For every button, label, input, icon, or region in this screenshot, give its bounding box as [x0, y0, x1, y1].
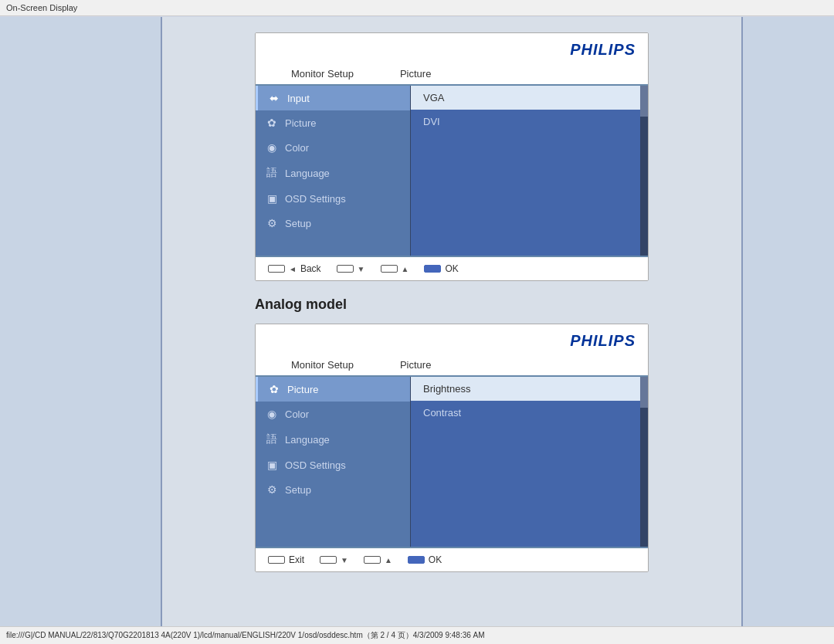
panel1-menu-label-picture: Picture — [285, 117, 316, 129]
panel1-header: PHILIPS — [256, 33, 648, 63]
panel2-submenu: Brightness Contrast — [410, 377, 640, 547]
panel1-menu-label-input: Input — [287, 93, 310, 104]
right-panel — [741, 17, 834, 629]
panel2-down-arrow-icon: ▼ — [341, 556, 348, 564]
panel1-body: ⬌ Input ✿ Picture ◉ Color 語 Language — [256, 86, 648, 256]
down-btn-rect — [337, 265, 354, 273]
panel1-menu-label-osd: OSD Settings — [285, 193, 346, 205]
osd-icon: ▣ — [265, 192, 279, 205]
panel1-tab-picture[interactable]: Picture — [377, 63, 454, 84]
panel2-menu-label-setup: Setup — [285, 484, 311, 496]
panel2-ok-btn[interactable]: OK — [408, 554, 442, 565]
osd2-icon: ▣ — [265, 459, 279, 471]
panel2-submenu-5 — [411, 449, 640, 462]
panel2-footer: Exit ▼ ▲ OK — [256, 547, 648, 571]
panel1-up-btn[interactable]: ▲ — [381, 265, 409, 273]
panel1-menu-label-color: Color — [285, 142, 309, 154]
panel2-menu-item-setup[interactable]: ⚙ Setup — [256, 477, 410, 502]
panel2-tab-picture[interactable]: Picture — [377, 354, 454, 375]
panel2-down-btn[interactable]: ▼ — [320, 556, 348, 564]
panel1-submenu-dvi[interactable]: DVI — [411, 110, 640, 134]
setup2-icon: ⚙ — [265, 483, 279, 496]
input-icon: ⬌ — [267, 92, 281, 104]
panel1-ok-label: OK — [445, 263, 458, 274]
panel2-menu-label-language: Language — [285, 434, 330, 446]
panel2-menu-label-picture: Picture — [287, 384, 318, 395]
panel1-menu-item-picture[interactable]: ✿ Picture — [256, 110, 410, 135]
top-bar: On-Screen Display — [0, 0, 834, 16]
panel2-exit-btn[interactable]: Exit — [268, 554, 304, 565]
panel1-menu-item-language[interactable]: 語 Language — [256, 160, 410, 186]
analog-model-label: Analog model — [255, 297, 649, 313]
panel2-menu-item-osd[interactable]: ▣ OSD Settings — [256, 452, 410, 477]
main-content: PHILIPS Monitor Setup Picture ⬌ Input ✿ … — [0, 17, 834, 629]
left-panel — [0, 17, 162, 629]
panel1-tab-monitor-setup[interactable]: Monitor Setup — [268, 63, 377, 84]
color-icon: ◉ — [265, 141, 279, 154]
panel2-submenu-3 — [411, 425, 640, 437]
panel1-down-btn[interactable]: ▼ — [337, 265, 365, 273]
bottom-bar: file:///G|/CD MANUAL/22/813/Q70G2201813 … — [0, 626, 834, 644]
up-arrow-icon: ▲ — [402, 265, 409, 273]
panel2-menu: ✿ Picture ◉ Color 語 Language ▣ OSD Setti… — [256, 377, 410, 547]
panel1-submenu-3 — [411, 134, 640, 146]
panel1: PHILIPS Monitor Setup Picture ⬌ Input ✿ … — [255, 32, 649, 281]
panel2-submenu-contrast[interactable]: Contrast — [411, 401, 640, 425]
panel2-tab-monitor-setup[interactable]: Monitor Setup — [268, 354, 377, 375]
panel2-down-rect — [320, 556, 337, 564]
ok-btn-rect — [424, 265, 441, 273]
panel1-scrollbar-thumb — [640, 86, 648, 117]
panel1-back-label: Back — [300, 263, 321, 274]
panel1-menu-item-setup[interactable]: ⚙ Setup — [256, 211, 410, 236]
panel2-scrollbar-thumb — [640, 377, 648, 408]
panel2-menu-label-color: Color — [285, 408, 309, 420]
top-bar-label: On-Screen Display — [6, 3, 77, 12]
philips-logo-2: PHILIPS — [570, 332, 636, 350]
center-content: PHILIPS Monitor Setup Picture ⬌ Input ✿ … — [162, 17, 741, 629]
panel2-up-arrow-icon: ▲ — [385, 556, 392, 564]
language-icon: 語 — [265, 166, 279, 180]
panel1-submenu-5 — [411, 158, 640, 171]
back-btn-rect — [268, 265, 285, 273]
panel1-back-btn[interactable]: ◄ Back — [268, 263, 321, 274]
panel2-menu-label-osd: OSD Settings — [285, 459, 346, 471]
panel2-ok-label: OK — [429, 554, 442, 565]
back-arrow-icon: ◄ — [289, 265, 297, 273]
panel2-submenu-4 — [411, 437, 640, 449]
panel2-tabs: Monitor Setup Picture — [256, 354, 648, 377]
panel1-menu-item-color[interactable]: ◉ Color — [256, 135, 410, 160]
panel1-menu-label-language: Language — [285, 168, 330, 179]
picture2-icon: ✿ — [267, 383, 281, 395]
down-arrow-icon: ▼ — [358, 265, 365, 273]
philips-logo-1: PHILIPS — [570, 41, 636, 59]
bottom-bar-url: file:///G|/CD MANUAL/22/813/Q70G2201813 … — [6, 631, 485, 639]
panel1-submenu: VGA DVI — [410, 86, 640, 256]
panel1-menu-item-osd[interactable]: ▣ OSD Settings — [256, 186, 410, 211]
panel1-footer: ◄ Back ▼ ▲ OK — [256, 256, 648, 280]
panel2-up-btn[interactable]: ▲ — [364, 556, 392, 564]
picture-icon: ✿ — [265, 117, 279, 129]
panel2: PHILIPS Monitor Setup Picture ✿ Picture … — [255, 324, 649, 572]
exit-btn-rect — [268, 556, 285, 564]
panel2-body: ✿ Picture ◉ Color 語 Language ▣ OSD Setti… — [256, 377, 648, 547]
panel2-menu-item-language[interactable]: 語 Language — [256, 426, 410, 452]
panel1-ok-btn[interactable]: OK — [424, 263, 458, 274]
color2-icon: ◉ — [265, 408, 279, 420]
panel1-submenu-4 — [411, 146, 640, 158]
panel2-scrollbar[interactable] — [640, 377, 648, 547]
panel2-menu-item-picture[interactable]: ✿ Picture — [256, 377, 410, 402]
panel1-menu-label-setup: Setup — [285, 218, 311, 229]
setup-icon: ⚙ — [265, 217, 279, 229]
panel2-header: PHILIPS — [256, 324, 648, 354]
language2-icon: 語 — [265, 432, 279, 446]
up-btn-rect — [381, 265, 398, 273]
panel2-menu-item-color[interactable]: ◉ Color — [256, 402, 410, 426]
panel2-up-rect — [364, 556, 381, 564]
panel2-ok-rect — [408, 556, 425, 564]
panel1-submenu-vga[interactable]: VGA — [411, 86, 640, 110]
panel1-menu-item-input[interactable]: ⬌ Input — [256, 86, 410, 110]
panel1-tabs: Monitor Setup Picture — [256, 63, 648, 86]
panel2-submenu-brightness[interactable]: Brightness — [411, 377, 640, 401]
panel2-exit-label: Exit — [289, 554, 304, 565]
panel1-scrollbar[interactable] — [640, 86, 648, 256]
